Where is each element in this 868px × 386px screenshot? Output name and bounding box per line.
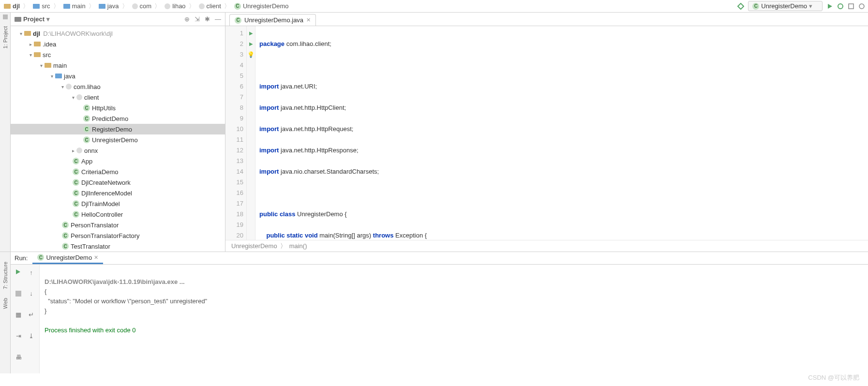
side-tab-web[interactable]: Web bbox=[2, 298, 8, 309]
left-tool-strip: 1: Project bbox=[0, 13, 11, 252]
editor-panel: UnregisterDemo.java✕ 1234567891011121314… bbox=[225, 13, 868, 252]
crumb-djl[interactable]: djl〉 bbox=[3, 2, 31, 11]
project-tool-window: Project ▾ ⊕ ⇲ ✱ — ▾djlD:\LIHAOWORK\work\… bbox=[11, 13, 225, 252]
project-view-selector[interactable]: Project ▾ bbox=[15, 15, 50, 23]
editor-breadcrumb[interactable]: UnregisterDemo〉main() bbox=[225, 240, 868, 252]
bookmark-icon[interactable] bbox=[3, 15, 8, 19]
tree-src[interactable]: ▾src bbox=[11, 49, 225, 60]
tree-file-hellocontroller[interactable]: HelloController bbox=[11, 209, 225, 220]
export-icon[interactable]: ⇥ bbox=[14, 331, 23, 341]
run-console[interactable]: D:\LIHAOWORK\java\jdk-11.0.19\bin\java.e… bbox=[40, 265, 868, 373]
project-tree[interactable]: ▾djlD:\LIHAOWORK\work\djl ▸.idea ▾src ▾m… bbox=[11, 26, 225, 252]
side-tab-project[interactable]: 1: Project bbox=[2, 26, 8, 48]
run-tab[interactable]: UnregisterDemo✕ bbox=[32, 252, 103, 264]
tree-file-persontranslator[interactable]: PersonTranslator bbox=[11, 220, 225, 230]
run-gutter-icon[interactable]: ▶ bbox=[247, 28, 255, 39]
side-tab-structure[interactable]: 7: Structure bbox=[2, 262, 8, 289]
settings-icon[interactable]: ✱ bbox=[205, 15, 210, 23]
debug-icon[interactable] bbox=[837, 3, 844, 10]
stop-icon[interactable] bbox=[14, 289, 23, 298]
svg-rect-3 bbox=[15, 291, 21, 297]
tree-file-predictdemo[interactable]: PredictDemo bbox=[11, 113, 225, 124]
tree-idea[interactable]: ▸.idea bbox=[11, 39, 225, 49]
layout-icon[interactable]: ▦ bbox=[14, 310, 23, 320]
tree-file-persontranslatorfactory[interactable]: PersonTranslatorFactory bbox=[11, 230, 225, 241]
tree-file-registerdemo[interactable]: RegisterDemo bbox=[11, 124, 225, 134]
tree-file-criteriademo[interactable]: CriteriaDemo bbox=[11, 166, 225, 177]
svg-point-2 bbox=[859, 4, 864, 9]
tree-file-djltrainmodel[interactable]: DjlTrainModel bbox=[11, 198, 225, 209]
down-icon[interactable]: ↓ bbox=[27, 289, 36, 298]
crumb-java[interactable]: java〉 bbox=[98, 2, 130, 11]
editor-tab-bar: UnregisterDemo.java✕ bbox=[225, 13, 868, 26]
breadcrumb-bar: djl〉 src〉 main〉 java〉 com〉 lihao〉 client… bbox=[0, 0, 868, 13]
run-config-selector[interactable]: UnregisterDemo▾ bbox=[748, 1, 823, 11]
tree-file-djlinferencemodel[interactable]: DjlInferenceModel bbox=[11, 188, 225, 198]
crumb-client[interactable]: client〉 bbox=[198, 2, 232, 11]
expand-icon[interactable]: ⇲ bbox=[195, 15, 200, 23]
crumb-class[interactable]: UnregisterDemo bbox=[233, 2, 290, 10]
tree-file-httputils[interactable]: HttpUtils bbox=[11, 103, 225, 113]
run-label: Run: bbox=[15, 254, 28, 262]
profile-icon[interactable] bbox=[858, 3, 865, 10]
run-icon[interactable] bbox=[826, 3, 833, 10]
crumb-main[interactable]: main〉 bbox=[62, 2, 97, 11]
left-tool-strip-lower: 7: Structure Web bbox=[0, 252, 11, 373]
tree-main[interactable]: ▾main bbox=[11, 60, 225, 71]
watermark: CSDN @可以养肥 bbox=[808, 373, 859, 382]
annotation-gutter[interactable]: ▶ ▶ 💡 bbox=[247, 26, 255, 240]
svg-point-0 bbox=[838, 4, 843, 9]
build-icon[interactable] bbox=[737, 3, 744, 10]
svg-rect-1 bbox=[849, 4, 853, 9]
crumb-src[interactable]: src〉 bbox=[32, 2, 61, 11]
run-toolbar: ↑ ↓ ▦ ↵ ⇥ ⤓ 🖶 bbox=[11, 265, 40, 373]
tree-onnx[interactable]: ▸onnx bbox=[11, 145, 225, 156]
tree-client[interactable]: ▾client bbox=[11, 92, 225, 103]
tree-file-djlcreatenetwork[interactable]: DjlCreateNetwork bbox=[11, 177, 225, 188]
close-tab-icon[interactable]: ✕ bbox=[306, 17, 311, 23]
hide-icon[interactable]: — bbox=[215, 15, 221, 23]
line-gutter[interactable]: 1234567891011121314151617181920 bbox=[225, 26, 247, 240]
run-tool-window: 7: Structure Web Run: UnregisterDemo✕ ↑ … bbox=[0, 252, 868, 373]
tree-pkg[interactable]: ▾com.lihao bbox=[11, 81, 225, 92]
crumb-lihao[interactable]: lihao〉 bbox=[164, 2, 196, 11]
close-run-tab-icon[interactable]: ✕ bbox=[94, 254, 98, 261]
rerun-icon[interactable] bbox=[14, 267, 23, 277]
intention-bulb-icon[interactable]: 💡 bbox=[247, 49, 255, 60]
editor-tab[interactable]: UnregisterDemo.java✕ bbox=[229, 14, 316, 26]
tree-file-unregisterdemo[interactable]: UnregisterDemo bbox=[11, 134, 225, 145]
tree-java[interactable]: ▾java bbox=[11, 71, 225, 81]
scroll-icon[interactable]: ⤓ bbox=[27, 331, 36, 341]
up-icon[interactable]: ↑ bbox=[27, 267, 36, 277]
tree-root[interactable]: ▾djlD:\LIHAOWORK\work\djl bbox=[11, 28, 225, 39]
wrap-icon[interactable]: ↵ bbox=[27, 310, 36, 320]
coverage-icon[interactable] bbox=[848, 3, 854, 10]
run-gutter-icon[interactable]: ▶ bbox=[247, 39, 255, 49]
tree-file-testtranslator[interactable]: TestTranslator bbox=[11, 241, 225, 252]
print-icon[interactable]: 🖶 bbox=[14, 352, 23, 362]
crumb-com[interactable]: com〉 bbox=[131, 2, 163, 11]
tree-file-app[interactable]: App bbox=[11, 156, 225, 166]
code-editor[interactable]: package com.lihao.client; import java.ne… bbox=[255, 26, 868, 240]
locate-icon[interactable]: ⊕ bbox=[184, 15, 190, 23]
